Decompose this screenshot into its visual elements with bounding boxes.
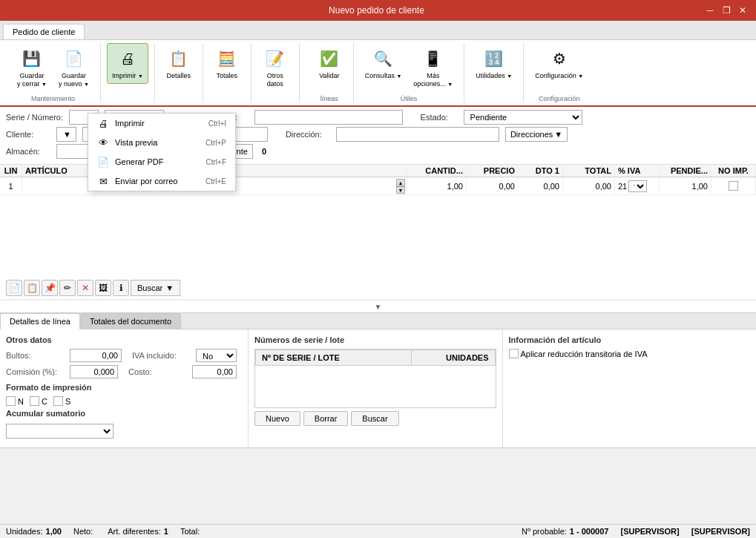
image-button[interactable]: 🖼 — [95, 280, 111, 296]
print-label: Imprimir ▼ — [112, 72, 143, 80]
su-ref-input[interactable] — [254, 110, 403, 125]
tab-totales-documento[interactable]: Totales del documento — [80, 313, 181, 329]
cell-precio-1[interactable]: 0,00 — [467, 177, 519, 194]
ribbon-group-totales: 🧮 Totales — [203, 43, 252, 102]
check-n-box[interactable] — [6, 396, 16, 406]
paste-row-button[interactable]: 📌 — [42, 280, 58, 296]
check-s-box[interactable] — [53, 396, 63, 406]
config-label: Configuración ▼ — [535, 72, 583, 80]
grid-toolbar: 📄 📋 📌 ✏ ✕ 🖼 ℹ Buscar ▼ — [0, 277, 756, 300]
borrar-serie-button[interactable]: Borrar — [303, 411, 349, 426]
search-button[interactable]: Buscar ▼ — [131, 280, 180, 296]
scroll-down-indicator: ▼ — [375, 303, 382, 311]
dropdown-print-shortcut: Ctrl+I — [208, 119, 226, 128]
scroll-up[interactable]: ▲ — [396, 179, 405, 186]
iva-select[interactable]: ▼ — [628, 180, 647, 192]
art-dif-label: Art. diferentes: — [108, 527, 161, 536]
utiles-label: Útiles — [360, 95, 458, 102]
serie-label: Serie / Número: — [6, 113, 63, 122]
reduccion-iva-label[interactable]: Aplicar reducción transitoria de IVA — [509, 349, 751, 358]
edit-row-button[interactable]: ✏ — [59, 280, 76, 296]
config-group-label: Configuración — [530, 95, 588, 102]
unidades-status-value: 1,00 — [46, 527, 62, 536]
delete-row-button[interactable]: ✕ — [77, 280, 93, 296]
info-button[interactable]: ℹ — [113, 280, 129, 296]
otros-datos-title: Otros datos — [6, 335, 242, 344]
cell-iva-1[interactable]: 21 ▼ — [615, 177, 660, 194]
estado-select[interactable]: Pendiente — [464, 110, 582, 125]
dropdown-email-label: Enviar por correo — [115, 177, 177, 186]
utilidades-button[interactable]: 🔢 Utilidades ▼ — [470, 43, 517, 84]
mas-opciones-button[interactable]: 📱 Másopciones... ▼ — [408, 43, 458, 92]
costo-input[interactable] — [192, 365, 237, 378]
ribbon-buttons-imprimir: 🖨 Imprimir ▼ — [107, 43, 148, 101]
imprimir-button[interactable]: 🖨 Imprimir ▼ — [107, 43, 148, 84]
check-n-label[interactable]: N — [6, 396, 24, 406]
dropdown-email-icon: ✉ — [97, 175, 109, 187]
check-s-label[interactable]: S — [53, 396, 70, 406]
save-close-label: Guardary cerrar ▼ — [17, 72, 47, 88]
copy-row-button[interactable]: 📋 — [24, 280, 40, 296]
noimp-checkbox[interactable] — [729, 181, 738, 191]
utilidades-label: Utilidades ▼ — [476, 72, 512, 80]
dropdown-pdf-icon: 📄 — [97, 156, 109, 168]
tab-pedido-cliente[interactable]: Pedido de cliente — [3, 24, 85, 39]
guardar-cerrar-button[interactable]: 💾 Guardary cerrar ▼ — [12, 43, 52, 92]
dropdown-generar-pdf[interactable]: 📄 Generar PDF Ctrl+F — [88, 152, 235, 171]
dropdown-pdf-label: Generar PDF — [115, 157, 163, 166]
new-row-button[interactable]: 📄 — [6, 280, 22, 296]
ribbon-buttons-utilidades: 🔢 Utilidades ▼ — [470, 43, 517, 101]
cell-cant-1[interactable]: 1,00 — [407, 177, 467, 194]
cell-total-1[interactable]: 0,00 — [563, 177, 615, 194]
cell-art-1[interactable] — [22, 177, 96, 194]
check-c-text: C — [42, 397, 47, 406]
minimize-button[interactable]: ─ — [703, 3, 717, 18]
ribbon-buttons-mantenimiento: 💾 Guardary cerrar ▼ 📄 Guardary nuevo ▼ — [12, 43, 94, 94]
dropdown-imprimir[interactable]: 🖨 Imprimir Ctrl+I — [88, 114, 235, 133]
unidades-status: Unidades: 1,00 — [6, 527, 62, 536]
direccion-input[interactable] — [336, 127, 499, 142]
scroll-down[interactable]: ▼ — [396, 186, 405, 194]
mas-opciones-label: Másopciones... ▼ — [413, 72, 453, 88]
ribbon-group-lineas: ✅ Validar líneas — [306, 43, 354, 102]
totales-button[interactable]: 🧮 Totales — [209, 43, 245, 84]
nuevo-serie-button[interactable]: Nuevo — [254, 411, 300, 426]
consultas-label: Consultas ▼ — [365, 72, 401, 80]
direcciones-label: Direcciones — [510, 130, 553, 139]
tab-detalles-linea[interactable]: Detalles de línea — [0, 313, 80, 329]
buscar-serie-button[interactable]: Buscar — [351, 411, 398, 426]
guardar-nuevo-button[interactable]: 📄 Guardary nuevo ▼ — [53, 43, 94, 92]
dropdown-enviar-correo[interactable]: ✉ Enviar por correo Ctrl+E — [88, 171, 235, 191]
dropdown-vista-previa[interactable]: 👁 Vista previa Ctrl+P — [88, 133, 235, 152]
ribbon-buttons-otros: 📝 Otrosdatos — [257, 43, 293, 101]
header-dto: DTO 1 — [519, 165, 563, 177]
cell-dto-1[interactable]: 0,00 — [519, 177, 563, 194]
cliente-dropdown-btn[interactable]: ▼ — [56, 127, 76, 142]
check-c-label[interactable]: C — [30, 396, 47, 406]
restore-button[interactable]: ❐ — [719, 3, 734, 18]
validar-button[interactable]: ✅ Validar — [312, 43, 347, 84]
close-button[interactable]: ✕ — [735, 3, 750, 18]
iva-incluido-select[interactable]: No Sí — [196, 349, 237, 362]
utilidades-icon: 🔢 — [482, 47, 506, 70]
otros-datos-button[interactable]: 📝 Otrosdatos — [257, 43, 293, 92]
acumular-select[interactable] — [6, 424, 114, 439]
neto-status: Neto: — [73, 527, 96, 536]
header-art: ARTÍCULO — [22, 165, 96, 177]
bultos-input[interactable] — [70, 349, 122, 362]
direcciones-button[interactable]: Direcciones ▼ — [505, 127, 568, 142]
ribbon: 💾 Guardary cerrar ▼ 📄 Guardary nuevo ▼ M… — [0, 40, 756, 107]
configuracion-button[interactable]: ⚙ Configuración ▼ — [530, 43, 588, 84]
header-pendie: PENDIE... — [660, 165, 711, 177]
mas-opciones-icon: 📱 — [421, 47, 445, 70]
check-c-box[interactable] — [30, 396, 39, 406]
cell-pendie-1[interactable]: 1,00 — [660, 177, 711, 194]
reduccion-iva-checkbox[interactable] — [509, 349, 519, 358]
grid-scroll-indicator: ▼ — [0, 300, 756, 312]
tab-bar: Pedido de cliente — [0, 21, 756, 40]
consultas-button[interactable]: 🔍 Consultas ▼ — [360, 43, 407, 84]
comision-input[interactable] — [70, 365, 118, 378]
cell-noimp-1[interactable] — [711, 177, 756, 194]
detalles-button[interactable]: 📋 Detalles — [161, 43, 197, 84]
print-dropdown-menu: 🖨 Imprimir Ctrl+I 👁 Vista previa Ctrl+P … — [88, 113, 236, 191]
